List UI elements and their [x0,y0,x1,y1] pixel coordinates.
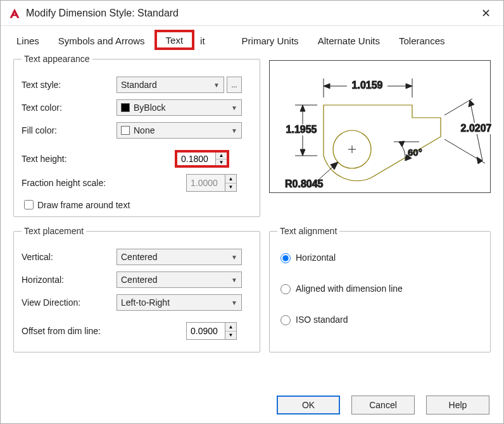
group-text-appearance: Text appearance Text style: Standard ▼ .… [13,54,260,217]
chevron-down-icon: ▼ [213,82,220,89]
preview-dim-top: 1.0159 [352,80,383,90]
combo-text-color[interactable]: ByBlock ▼ [117,99,242,116]
checkbox-draw-frame[interactable]: Draw frame around text [22,198,252,211]
combo-fill-color-value: None [134,125,154,135]
tab-text[interactable]: Text [154,30,195,50]
radio-horizontal-input[interactable] [280,253,291,263]
close-icon[interactable]: ✕ [476,4,496,23]
help-button[interactable]: Help [426,396,489,415]
radio-aligned-label: Aligned with dimension line [296,284,403,294]
text-style-browse-button[interactable]: ... [227,77,242,93]
cancel-button[interactable]: Cancel [351,396,415,415]
button-bar: OK Cancel Help [277,396,489,415]
combo-horizontal[interactable]: Centered ▼ [117,271,242,288]
ok-button[interactable]: OK [277,396,340,415]
legend-alignment: Text alignment [277,226,339,236]
radio-iso-input[interactable] [280,315,291,325]
label-offset: Offset from dim line: [22,326,186,336]
spin-down-icon: ▼ [225,184,236,192]
label-vertical: Vertical: [22,252,117,262]
preview-dim-right: 2.0207 [461,123,491,134]
checkbox-draw-frame-input[interactable] [24,200,34,209]
label-text-color: Text color: [22,103,117,113]
preview-dim-left: 1.1955 [286,124,317,135]
combo-view-direction-value: Left-to-Right [121,297,170,308]
label-text-style: Text style: [22,80,117,90]
chevron-down-icon: ▼ [231,254,237,261]
spin-up-icon[interactable]: ▲ [216,153,227,159]
checkbox-draw-frame-label: Draw frame around text [37,200,130,210]
spinner-text-height[interactable]: ▲▼ [175,150,229,168]
label-view-direction: View Direction: [22,297,117,308]
tab-symbols-arrows[interactable]: Symbols and Arrows [49,30,154,50]
tab-primary-units[interactable]: Primary Units [232,30,308,50]
tab-bar: Lines Symbols and Arrows Text it Primary… [1,26,503,50]
tab-alternate-units[interactable]: Alternate Units [308,30,389,50]
svg-line-9 [444,99,472,115]
label-fraction-scale: Fraction height scale: [22,178,186,188]
input-text-height[interactable] [177,153,215,165]
label-horizontal: Horizontal: [22,275,117,285]
spin-down-icon[interactable]: ▼ [216,159,227,166]
tab-tolerances[interactable]: Tolerances [389,30,455,50]
combo-text-color-value: ByBlock [134,103,166,113]
radio-aligned[interactable]: Aligned with dimension line [277,282,482,294]
spinner-fraction-scale: ▲▼ [186,174,237,192]
tab-fit[interactable]: it [191,30,215,50]
input-offset[interactable] [187,323,225,339]
chevron-down-icon: ▼ [231,299,237,306]
chevron-down-icon: ▼ [231,277,237,284]
combo-text-style[interactable]: Standard ▼ [117,77,224,93]
chevron-down-icon: ▼ [231,104,237,111]
label-text-height: Text height: [22,154,175,164]
spin-up-icon: ▲ [225,175,236,184]
group-text-placement: Text placement Vertical: Centered ▼ Hori… [13,226,260,352]
radio-iso[interactable]: ISO standard [277,313,482,325]
chevron-down-icon: ▼ [231,127,237,134]
combo-text-style-value: Standard [121,80,157,90]
preview-radius: R0.8045 [285,178,324,189]
window-title: Modify Dimension Style: Standard [26,8,476,19]
combo-vertical[interactable]: Centered ▼ [117,249,242,265]
spin-down-icon[interactable]: ▼ [225,332,236,340]
combo-vertical-value: Centered [121,252,158,262]
radio-horizontal[interactable]: Horizontal [277,251,482,263]
spinner-offset[interactable]: ▲▼ [186,322,237,340]
combo-view-direction[interactable]: Left-to-Right ▼ [117,294,242,311]
ellipsis-icon: ... [231,81,237,89]
input-fraction-scale [187,175,225,191]
group-text-alignment: Text alignment Horizontal Aligned with d… [269,226,491,352]
legend-appearance: Text appearance [22,54,92,64]
combo-fill-color[interactable]: None ▼ [117,122,242,139]
radio-aligned-input[interactable] [280,284,291,294]
tab-lines[interactable]: Lines [7,30,49,50]
dialog-window: Modify Dimension Style: Standard ✕ Lines… [0,0,504,424]
radio-iso-label: ISO standard [296,315,348,325]
color-swatch-none-icon [121,126,130,135]
dimension-preview: 1.0159 1.1955 2.0207 60° [269,60,491,193]
spin-up-icon[interactable]: ▲ [225,323,236,332]
label-fill-color: Fill color: [22,125,117,135]
color-swatch-icon [121,103,130,112]
preview-angle: 60° [408,147,422,158]
titlebar: Modify Dimension Style: Standard ✕ [1,1,503,26]
autocad-logo-icon [8,7,21,20]
combo-horizontal-value: Centered [121,275,158,285]
legend-placement: Text placement [22,226,86,236]
radio-horizontal-label: Horizontal [296,253,336,263]
